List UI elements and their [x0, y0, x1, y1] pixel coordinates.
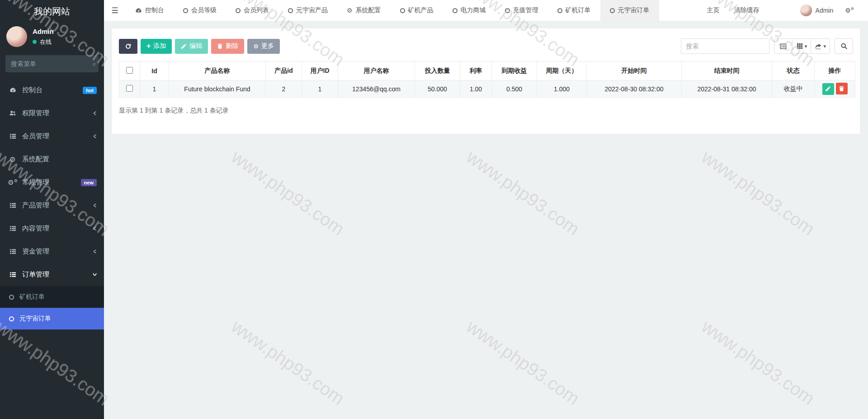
sidebar-item-1[interactable]: 权限管理<: [0, 102, 104, 125]
tab-label: 矿机订单: [566, 6, 591, 14]
column-header[interactable]: 用户名称: [338, 61, 415, 80]
button-label: 更多: [261, 42, 274, 50]
tab-2[interactable]: 会员列表: [226, 0, 278, 21]
search-icon[interactable]: ⌕: [93, 60, 96, 68]
sidebar-item-8[interactable]: 订单管理<: [0, 263, 104, 286]
home-link[interactable]: 主页: [698, 0, 726, 21]
tab-label: 电力商城: [461, 6, 486, 14]
view-button-group: ▾ ▾: [774, 38, 830, 54]
tab-3[interactable]: 元宇宙产品: [278, 0, 337, 21]
tab-label: 系统配置: [356, 6, 381, 14]
sidebar-subitem-0[interactable]: 矿机订单: [0, 286, 104, 308]
column-header[interactable]: 结束时间: [682, 61, 772, 80]
sidebar-item-7[interactable]: 资金管理<: [0, 240, 104, 263]
sidebar-item-4[interactable]: ⚙⚙常规管理new: [0, 171, 104, 194]
table-search-input[interactable]: [686, 42, 768, 50]
trash-icon: [217, 43, 223, 49]
table-cell: Future blockchain Fund: [169, 80, 266, 98]
table-cell: 1.00: [460, 80, 492, 98]
select-all-checkbox[interactable]: [126, 67, 133, 74]
table-cell: 50.000: [415, 80, 460, 98]
tab-8[interactable]: 矿机订单: [548, 0, 600, 21]
column-header[interactable]: 用户ID: [302, 61, 338, 80]
tab-4[interactable]: ⚙系统配置: [337, 0, 391, 21]
tab-7[interactable]: 充值管理: [495, 0, 548, 21]
chevron-left-icon: <: [94, 248, 96, 256]
settings-button[interactable]: ⚙⚙: [839, 0, 863, 21]
more-button[interactable]: ⚙更多: [247, 39, 280, 54]
sidebar-item-3[interactable]: ⚙系统配置: [0, 148, 104, 171]
export-button[interactable]: ▾: [811, 38, 830, 54]
refresh-button[interactable]: [119, 39, 137, 54]
gear-icon: ⚙: [253, 43, 259, 50]
sidebar-item-label: 权限管理: [22, 109, 93, 118]
hamburger-icon[interactable]: ☰: [104, 0, 126, 21]
export-icon: [815, 43, 821, 50]
site-title: 我的网站: [0, 0, 104, 23]
circle-icon: [400, 8, 405, 13]
column-header[interactable]: 利率: [460, 61, 492, 80]
fullscreen-button[interactable]: [780, 0, 794, 21]
row-delete-button[interactable]: [836, 83, 848, 94]
column-header[interactable]: 状态: [772, 61, 815, 80]
main-area: ☰ 控制台会员等级会员列表元宇宙产品⚙系统配置矿机产品电力商城充值管理矿机订单元…: [104, 0, 868, 419]
tab-label: 会员等级: [191, 6, 217, 14]
tab-1[interactable]: 会员等级: [174, 0, 226, 21]
sidebar-menu: 控制台hot权限管理<会员管理<⚙系统配置⚙⚙常规管理new产品管理<内容管理<…: [0, 79, 104, 330]
avatar: [800, 5, 812, 16]
column-header[interactable]: Id: [140, 61, 169, 80]
column-header[interactable]: 投入数量: [415, 61, 460, 80]
row-checkbox[interactable]: [126, 85, 133, 92]
card-view-button[interactable]: [774, 38, 793, 54]
user-name: Admin: [816, 7, 834, 14]
card-view-icon: [780, 43, 787, 50]
toolbar-right: ▾ ▾: [681, 38, 853, 54]
docs-button[interactable]: [765, 0, 780, 21]
chevron-down-icon: ▾: [805, 43, 807, 49]
user-menu[interactable]: Admin: [794, 0, 840, 21]
table-cell: 2022-08-31 08:32:00: [682, 80, 772, 98]
tab-9[interactable]: 元宇宙订单: [600, 0, 659, 21]
columns-button[interactable]: ▾: [793, 38, 811, 54]
sidebar-item-6[interactable]: 内容管理<: [0, 217, 104, 240]
circle-icon: [288, 8, 293, 13]
add-button[interactable]: +添加: [141, 39, 172, 54]
delete-button[interactable]: 删除: [211, 39, 244, 54]
menu-search-input[interactable]: [11, 60, 93, 67]
sidebar-submenu: 矿机订单元宇宙订单: [0, 286, 104, 330]
columns-grid-icon: [797, 43, 803, 49]
tab-0[interactable]: 控制台: [126, 0, 174, 21]
gear-icon: ⚙: [7, 155, 18, 164]
sidebar-item-label: 系统配置: [22, 155, 97, 164]
tab-5[interactable]: 矿机产品: [391, 0, 443, 21]
search-submit-button[interactable]: [835, 38, 853, 54]
chevron-left-icon: <: [94, 109, 96, 118]
circle-icon: [505, 8, 510, 13]
edit-button[interactable]: 编辑: [175, 39, 208, 54]
row-edit-button[interactable]: [822, 83, 834, 95]
sidebar-subitem-1[interactable]: 元宇宙订单: [0, 308, 104, 330]
column-header[interactable]: 周期（天）: [537, 61, 587, 80]
sidebar-item-5[interactable]: 产品管理<: [0, 194, 104, 217]
refresh-icon: [125, 43, 132, 50]
pencil-icon: [181, 43, 187, 49]
sidebar-item-2[interactable]: 会员管理<: [0, 125, 104, 148]
column-header[interactable]: 产品id: [266, 61, 302, 80]
sidebar-subitem-label: 矿机订单: [19, 293, 45, 301]
circle-icon: [9, 295, 14, 300]
tab-6[interactable]: 电力商城: [443, 0, 495, 21]
column-header[interactable]: 到期收益: [492, 61, 537, 80]
clear-cache-link[interactable]: 清除缓存: [726, 0, 765, 21]
column-header[interactable]: 产品名称: [169, 61, 266, 80]
badge-new: new: [81, 179, 97, 186]
column-header[interactable]: 操作: [815, 61, 855, 80]
sidebar-item-0[interactable]: 控制台hot: [0, 79, 104, 102]
column-header[interactable]: 开始时间: [587, 61, 682, 80]
list-icon: [7, 248, 18, 255]
users-icon: [7, 110, 18, 117]
tab-label: 会员列表: [244, 6, 269, 14]
cogs-icon: ⚙⚙: [7, 179, 18, 187]
sidebar-item-label: 产品管理: [22, 201, 93, 210]
user-panel: Admin 在线: [0, 23, 104, 52]
tab-label: 控制台: [145, 6, 164, 14]
